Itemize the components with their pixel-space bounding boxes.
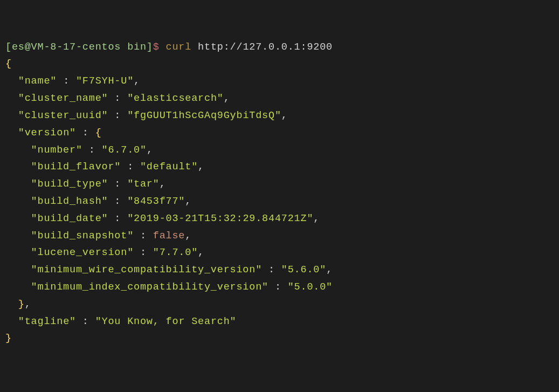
curl-url: http://127.0.0.1:9200	[198, 42, 333, 53]
colon: :	[108, 93, 127, 104]
json-key-cluster-uuid: "cluster_uuid"	[18, 110, 108, 121]
json-val-build-date: "2019-03-21T15:32:29.844721Z"	[127, 213, 313, 224]
colon: :	[108, 196, 127, 207]
comma: ,	[185, 230, 191, 242]
json-key-build-hash: "build_hash"	[31, 196, 108, 207]
prompt-user-host: [es@VM-8-17-centos bin]	[5, 42, 153, 53]
json-key-number: "number"	[31, 145, 82, 156]
colon: :	[262, 264, 281, 276]
json-val-min-index: "5.0.0"	[288, 281, 333, 293]
json-val-build-snapshot: false	[153, 230, 185, 242]
json-val-cluster-uuid: "fgGUUT1hScGAq9GybiTdsQ"	[127, 110, 281, 121]
json-val-tagline: "You Know, for Search"	[95, 316, 237, 327]
json-key-min-index: "minimum_index_compatibility_version"	[31, 281, 268, 293]
json-key-cluster-name: "cluster_name"	[18, 93, 108, 104]
json-key-build-flavor: "build_flavor"	[31, 161, 121, 173]
colon: :	[76, 316, 95, 327]
json-val-min-wire: "5.6.0"	[281, 264, 326, 276]
colon: :	[108, 110, 127, 121]
terminal-output[interactable]: [es@VM-8-17-centos bin]$ curl http://127…	[5, 39, 554, 348]
json-key-build-snapshot: "build_snapshot"	[31, 230, 134, 242]
curl-command: curl	[166, 42, 192, 53]
json-val-lucene-version: "7.7.0"	[153, 247, 198, 258]
comma: ,	[224, 93, 230, 104]
json-key-build-type: "build_type"	[31, 178, 108, 190]
colon: :	[134, 247, 153, 258]
json-val-build-flavor: "default"	[140, 161, 198, 173]
json-key-lucene-version: "lucene_version"	[31, 247, 134, 258]
json-key-min-wire: "minimum_wire_compatibility_version"	[31, 264, 262, 276]
json-val-number: "6.7.0"	[102, 145, 147, 156]
json-close-brace-inner: }	[18, 299, 25, 310]
json-key-tagline: "tagline"	[18, 316, 76, 327]
json-open-brace-inner: {	[95, 127, 102, 139]
colon: :	[108, 178, 127, 190]
comma: ,	[185, 196, 191, 207]
comma: ,	[147, 145, 153, 156]
comma: ,	[198, 247, 204, 258]
json-key-name: "name"	[18, 75, 57, 87]
comma: ,	[281, 110, 288, 121]
json-val-build-type: "tar"	[127, 178, 160, 190]
comma: ,	[134, 75, 140, 87]
colon: :	[268, 281, 288, 293]
colon: :	[82, 145, 102, 156]
comma: ,	[198, 161, 204, 173]
comma: ,	[160, 178, 166, 190]
prompt-dollar: $	[153, 42, 160, 53]
json-open-brace: {	[5, 58, 12, 70]
colon: :	[76, 127, 95, 139]
comma: ,	[326, 264, 333, 276]
json-val-build-hash: "8453f77"	[127, 196, 185, 207]
colon: :	[108, 213, 127, 224]
json-val-cluster-name: "elasticsearch"	[127, 93, 224, 104]
json-key-version: "version"	[18, 127, 76, 139]
comma: ,	[25, 299, 31, 310]
comma: ,	[313, 213, 320, 224]
json-key-build-date: "build_date"	[31, 213, 108, 224]
json-val-name: "F7SYH-U"	[76, 75, 134, 87]
colon: :	[57, 75, 76, 87]
json-close-brace: }	[5, 333, 12, 344]
colon: :	[121, 161, 140, 173]
colon: :	[134, 230, 153, 242]
